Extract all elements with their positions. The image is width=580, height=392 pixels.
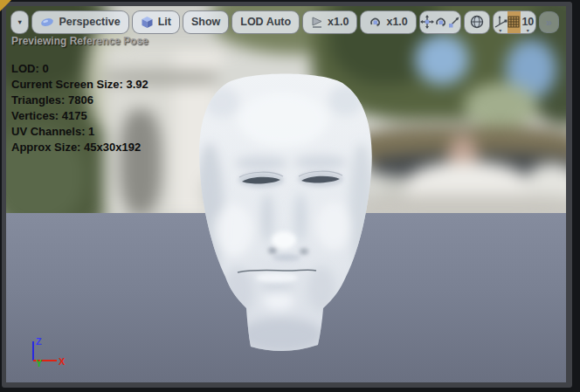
ground-blob [351, 195, 566, 213]
preview-mode-label: Previewing Reference Pose [11, 35, 148, 47]
preview-mesh-face [192, 69, 379, 357]
scale-icon [447, 16, 460, 29]
rotate-tool-button[interactable] [434, 11, 447, 33]
3d-viewport[interactable]: ▼ Perspective Lit Show [6, 6, 566, 382]
viewport-options-button[interactable]: ▼ [10, 10, 29, 34]
mesh-preview-window: ▼ Perspective Lit Show [0, 0, 580, 392]
grid-snap-size-value: 10 [521, 17, 534, 28]
focus-corner-marker [0, 0, 11, 11]
overflow-chevrons-icon: » [546, 16, 552, 29]
lod-label: LOD Auto [240, 16, 291, 28]
globe-icon [470, 15, 484, 29]
turntable-speed-label: x1.0 [386, 16, 407, 28]
viewport-toolbar: ▼ Perspective Lit Show [10, 10, 559, 34]
transform-widget-icon [494, 16, 508, 28]
chevron-down-icon: ▼ [17, 18, 23, 26]
grid-snap-group: ▾ 10 ▾ [493, 10, 536, 34]
axis-y-label: Y [36, 358, 43, 368]
chevron-down-icon: ▾ [521, 28, 535, 33]
lod-auto-button[interactable]: LOD Auto [231, 10, 300, 34]
axis-gizmo: Z X Y [28, 334, 73, 375]
chevron-down-icon: ▾ [494, 28, 508, 33]
perspective-button[interactable]: Perspective [31, 10, 128, 34]
lit-label: Lit [158, 16, 171, 28]
rotate-icon [434, 16, 447, 29]
stat-uv-channels: UV Channels: 1 [11, 124, 148, 140]
stat-approx-size: Approx Size: 45x30x192 [11, 140, 148, 155]
lit-mode-button[interactable]: Lit [132, 10, 180, 34]
playback-speed-label: x1.0 [328, 16, 349, 28]
stat-triangles: Triangles: 7806 [11, 93, 148, 108]
grid-snap-size-button[interactable]: 10 ▾ [521, 11, 535, 33]
play-speed-icon [311, 17, 323, 28]
show-label: Show [191, 16, 220, 28]
transform-widget-button[interactable]: ▾ [494, 11, 508, 33]
grid-snap-toggle-button[interactable] [508, 11, 521, 33]
translate-icon [420, 15, 434, 29]
turntable-speed-button[interactable]: x1.0 [360, 10, 416, 34]
sky-blob [415, 34, 469, 85]
show-button[interactable]: Show [183, 10, 229, 34]
scale-tool-button[interactable] [447, 11, 460, 33]
mesh-stats: LOD: 0 Current Screen Size: 3.92 Triangl… [11, 61, 148, 155]
stat-vertices: Vertices: 4175 [11, 108, 148, 124]
light-gap-blob [464, 83, 538, 128]
perspective-icon [40, 17, 54, 28]
playback-speed-button[interactable]: x1.0 [302, 10, 357, 34]
grid-snap-icon [508, 16, 520, 28]
stat-lod: LOD: 0 [11, 61, 148, 77]
translate-tool-button[interactable] [420, 11, 434, 33]
toolbar-overflow-button[interactable]: » [539, 11, 559, 33]
world-space-button[interactable] [464, 10, 490, 34]
axis-z-label: Z [36, 336, 42, 347]
axis-x-label: X [59, 356, 66, 367]
turntable-icon [369, 16, 382, 29]
transform-tools-group [419, 10, 461, 34]
lit-cube-icon [141, 16, 154, 29]
stat-screen-size: Current Screen Size: 3.92 [11, 77, 148, 93]
perspective-label: Perspective [59, 16, 120, 28]
